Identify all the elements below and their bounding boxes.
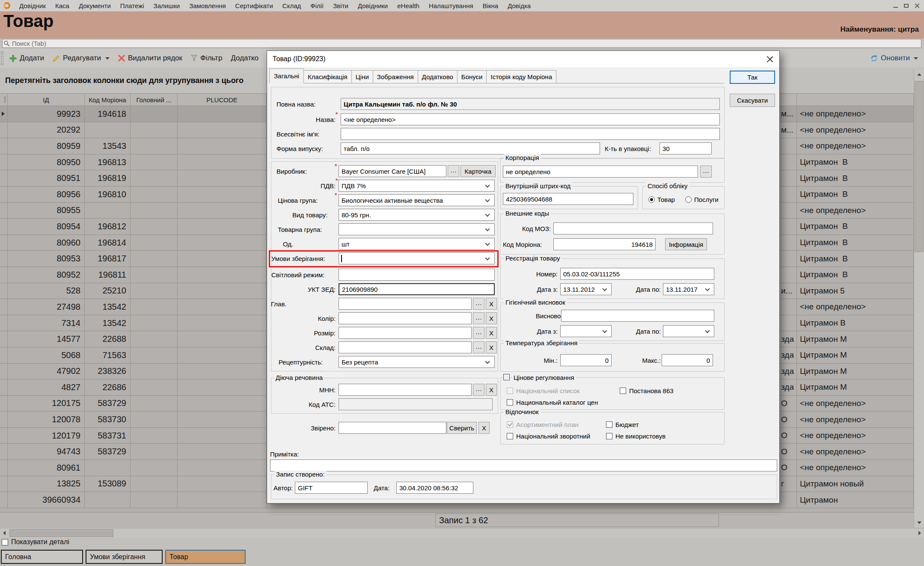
postanova-863-checkbox[interactable] <box>620 388 626 394</box>
show-details-toggle[interactable]: Показувати деталі <box>2 538 69 546</box>
corporation-browse-button[interactable]: ··· <box>700 166 712 178</box>
header-plucode[interactable]: PLUCODE <box>178 94 267 106</box>
barcode-field[interactable]: 4250369504688 <box>503 193 633 205</box>
world-name-field[interactable] <box>341 128 720 140</box>
bottom-tab-umovy-zberihannia[interactable]: Умови зберігання <box>86 550 163 564</box>
glav-clear-button[interactable]: X <box>486 298 497 310</box>
additional-button[interactable]: Додатко <box>226 49 263 68</box>
verified-field[interactable] <box>339 422 446 434</box>
menu-dovidnyky[interactable]: Довідники <box>353 0 392 11</box>
filter-button[interactable]: Фільтр <box>187 49 226 68</box>
information-button[interactable]: Інформація <box>665 238 707 250</box>
price-regulation-checkbox[interactable] <box>503 374 510 380</box>
product-kind-combobox[interactable]: 80-95 грн. <box>339 209 495 221</box>
tab-tsiny[interactable]: Ціни <box>351 70 373 83</box>
scroll-left-icon[interactable] <box>0 528 9 538</box>
header-main[interactable]: Головний ... <box>131 94 178 106</box>
glav-browse-button[interactable]: ··· <box>473 298 484 310</box>
hygiene-conclusion-field[interactable] <box>561 310 714 322</box>
size-browse-button[interactable]: ··· <box>473 327 484 339</box>
producer-field[interactable]: Bayer Consumer Care [США] <box>339 165 446 177</box>
vertical-scrollbar[interactable] <box>914 70 924 527</box>
menu-zvity[interactable]: Звіти <box>328 0 353 11</box>
menu-ehealth[interactable]: eHealth <box>392 0 424 11</box>
temperature-max-field[interactable]: 0 <box>662 354 713 366</box>
menu-dovidka[interactable]: Довідка <box>503 0 535 11</box>
header-id[interactable]: ІД <box>8 94 85 106</box>
mnn-field[interactable] <box>339 384 472 396</box>
checkbox-icon[interactable] <box>2 539 8 545</box>
menu-sklad[interactable]: Склад <box>278 0 306 11</box>
tab-klasyfikatsiia[interactable]: Класифікація <box>303 70 352 83</box>
light-mode-field[interactable] <box>339 269 495 281</box>
corporation-field[interactable]: не определено <box>503 166 698 178</box>
bottom-tab-tovar[interactable]: Товар <box>165 550 246 564</box>
refresh-button[interactable]: Оновити <box>870 54 924 62</box>
menu-nalashtuvannia[interactable]: Налаштування <box>424 0 478 11</box>
national-return-checkbox[interactable] <box>507 433 513 439</box>
minimize-icon[interactable] <box>893 7 898 8</box>
note-field[interactable] <box>270 459 777 471</box>
close-icon[interactable] <box>915 3 920 8</box>
menu-sertyfikaty[interactable]: Сертифікати <box>231 0 278 11</box>
bottom-tab-holovna[interactable]: Головна <box>1 550 83 564</box>
search-input[interactable]: Поиск (Tab) <box>2 39 921 48</box>
menu-zalyshky[interactable]: Залишки <box>149 0 185 11</box>
tab-istoriia-kodu-moriona[interactable]: Історія коду Моріона <box>486 70 556 83</box>
dialog-close-icon[interactable] <box>766 55 773 62</box>
not-used-checkbox[interactable] <box>606 433 612 439</box>
radio-posluhy[interactable] <box>685 196 692 203</box>
menu-vikna[interactable]: Вікна <box>478 0 503 11</box>
product-group-combobox[interactable] <box>339 223 495 235</box>
national-catalog-checkbox[interactable] <box>507 399 513 406</box>
tab-dodatkovo[interactable]: Додатково <box>418 70 458 83</box>
temperature-min-field[interactable]: 0 <box>560 354 612 366</box>
menu-filii[interactable]: Філії <box>306 0 328 11</box>
producer-card-button[interactable]: Карточка <box>461 165 496 177</box>
ok-button[interactable]: Так <box>730 71 775 84</box>
producer-browse-button[interactable]: ··· <box>448 165 459 177</box>
delete-row-button[interactable]: Видалити рядок <box>114 49 187 68</box>
edit-button[interactable]: Редагувати <box>48 49 114 68</box>
mnn-clear-button[interactable]: X <box>486 384 497 396</box>
add-button[interactable]: Додати <box>5 49 48 68</box>
tab-zahalni[interactable]: Загальні <box>269 68 304 83</box>
vertical-scroll-thumb[interactable] <box>915 81 924 252</box>
registration-number-field[interactable]: 05.03.02-03/111255 <box>560 268 714 280</box>
vat-combobox[interactable]: ПДВ 7% <box>339 180 495 192</box>
size-clear-button[interactable]: X <box>486 327 497 339</box>
horizontal-scroll-thumb[interactable] <box>9 529 113 537</box>
budget-checkbox[interactable] <box>606 421 612 428</box>
menu-kasa[interactable]: Каса <box>51 0 74 11</box>
menu-zamovlennia[interactable]: Замовлення <box>184 0 230 11</box>
storage-conditions-combobox[interactable] <box>339 252 495 264</box>
ukt-zed-field[interactable]: 2106909890 <box>339 283 495 295</box>
morion-code-field[interactable]: 194618 <box>553 238 656 250</box>
dialog-titlebar[interactable]: Товар (ID:99923) <box>267 51 779 67</box>
mnn-browse-button[interactable]: ··· <box>473 384 484 396</box>
tab-zobrazhennia[interactable]: Зображення <box>373 70 418 83</box>
composition-browse-button[interactable]: ··· <box>473 341 484 353</box>
header-morion-code[interactable]: Код Моріона <box>85 94 131 106</box>
color-clear-button[interactable]: X <box>486 312 497 324</box>
menu-dokumenty[interactable]: Документи <box>74 0 116 11</box>
moz-code-field[interactable] <box>553 222 713 234</box>
glav-field[interactable] <box>339 298 472 310</box>
restore-icon[interactable] <box>904 4 909 8</box>
verified-clear-button[interactable]: X <box>478 422 490 434</box>
color-field[interactable] <box>339 312 472 324</box>
scroll-up-icon[interactable] <box>914 70 924 79</box>
horizontal-scrollbar[interactable] <box>0 528 924 538</box>
unit-combobox[interactable]: шт <box>339 238 495 250</box>
cancel-button[interactable]: Скасувати <box>730 94 775 107</box>
tab-bonusy[interactable]: Бонуси <box>457 70 487 83</box>
release-form-field[interactable]: табл. п/о <box>341 142 600 154</box>
size-field[interactable] <box>339 327 472 339</box>
radio-tovar[interactable] <box>648 196 655 203</box>
prescription-combobox[interactable]: Без рецепта <box>339 356 495 368</box>
scroll-down-icon[interactable] <box>914 518 924 527</box>
menu-platezhi[interactable]: Платежі <box>116 0 149 11</box>
pack-qty-field[interactable]: 30 <box>660 142 712 154</box>
name-field[interactable]: <не определено> <box>341 113 720 125</box>
price-group-combobox[interactable]: Биологически активные вещества <box>339 194 495 206</box>
